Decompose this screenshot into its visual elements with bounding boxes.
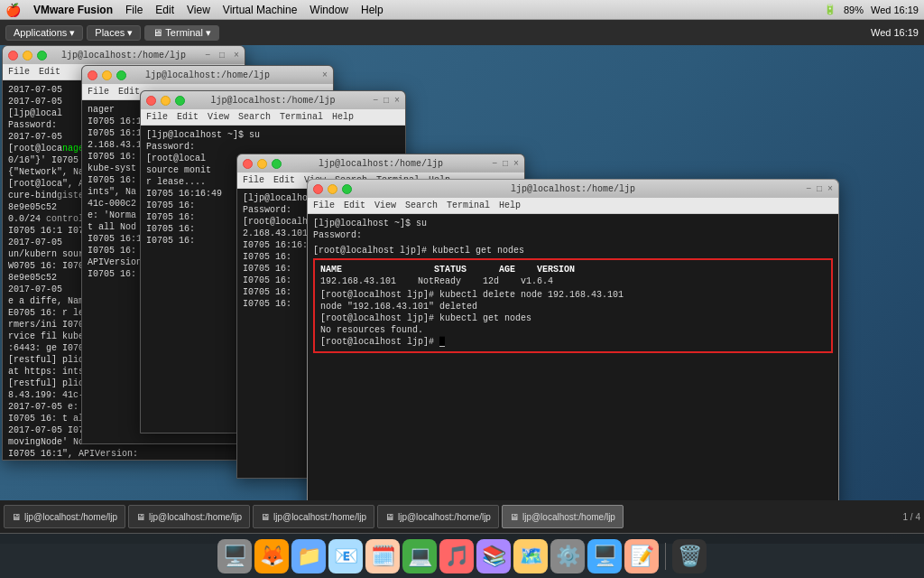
menu-virtualmachine[interactable]: Virtual Machine bbox=[223, 4, 298, 16]
mac-menubar-right: 🔋 89% Wed 16:19 bbox=[824, 4, 919, 15]
applications-label: Applications bbox=[14, 27, 67, 38]
cmd-line-password: Password: bbox=[313, 229, 833, 241]
dock-notes[interactable]: 📝 bbox=[624, 539, 659, 573]
win1-maximize[interactable]: □ bbox=[219, 51, 225, 61]
menu-help[interactable]: Help bbox=[361, 4, 383, 16]
edit-menu-3[interactable]: Edit bbox=[177, 112, 199, 122]
title-bar-2: ljp@localhost:/home/ljp × bbox=[82, 66, 333, 84]
view-menu-5[interactable]: View bbox=[374, 200, 396, 210]
terminal-menu[interactable]: 🖥 Terminal ▾ bbox=[144, 25, 219, 41]
taskbar-item-5[interactable]: 🖥 ljp@localhost:/home/ljp bbox=[502, 505, 624, 528]
taskbar-label-2: ljp@localhost:/home/ljp bbox=[149, 512, 242, 522]
dock-calendar[interactable]: 🗓️ bbox=[365, 539, 400, 573]
maximize-button-5[interactable] bbox=[342, 184, 352, 194]
terminal-icon-small: 🖥 bbox=[152, 27, 162, 38]
dock-terminal[interactable]: 💻 bbox=[402, 539, 437, 573]
taskbar-item-1[interactable]: 🖥 ljp@localhost:/home/ljp bbox=[4, 505, 125, 528]
win3-min[interactable]: − bbox=[373, 96, 378, 106]
terminal-menu-3[interactable]: Terminal bbox=[280, 112, 323, 122]
dock-maps[interactable]: 🗺️ bbox=[513, 539, 548, 573]
win1-minimize[interactable]: − bbox=[205, 51, 210, 61]
view-menu-3[interactable]: View bbox=[208, 112, 229, 122]
file-menu-4[interactable]: File bbox=[243, 175, 264, 185]
win3-max[interactable]: □ bbox=[383, 96, 389, 106]
file-menu-5[interactable]: File bbox=[313, 200, 335, 210]
edit-menu-4[interactable]: Edit bbox=[273, 175, 295, 185]
win2-close[interactable]: × bbox=[322, 70, 328, 80]
search-menu-3[interactable]: Search bbox=[238, 112, 271, 122]
win3-close[interactable]: × bbox=[394, 96, 400, 106]
win1-close[interactable]: × bbox=[234, 51, 239, 61]
close-button-5[interactable] bbox=[313, 184, 323, 194]
win4-min[interactable]: − bbox=[492, 159, 497, 169]
places-menu[interactable]: Places ▾ bbox=[87, 25, 141, 41]
edit-menu-1[interactable]: Edit bbox=[39, 67, 60, 77]
title-text-1: ljp@localhost:/home/ljp bbox=[61, 51, 186, 61]
minimize-button-2[interactable] bbox=[102, 70, 112, 80]
maximize-button-3[interactable] bbox=[175, 96, 185, 106]
minimize-button-1[interactable] bbox=[23, 51, 32, 61]
close-button-2[interactable] bbox=[88, 70, 97, 80]
app-name: VMware Fusion bbox=[33, 4, 113, 16]
minimize-button-4[interactable] bbox=[257, 159, 267, 169]
dock-trash[interactable]: 🗑️ bbox=[672, 539, 707, 573]
title-bar-4: ljp@localhost:/home/ljp − □ × bbox=[237, 154, 524, 172]
file-menu-2[interactable]: File bbox=[88, 87, 109, 97]
edit-menu-5[interactable]: Edit bbox=[344, 200, 365, 210]
title-text-4: ljp@localhost:/home/ljp bbox=[319, 159, 443, 169]
apple-logo: 🍎 bbox=[5, 3, 21, 17]
taskbar-item-3[interactable]: 🖥 ljp@localhost:/home/ljp bbox=[253, 505, 374, 528]
dock-screen[interactable]: 🖥️ bbox=[587, 539, 622, 573]
minimize-button-3[interactable] bbox=[161, 96, 171, 106]
taskbar-counter: 1 / 4 bbox=[903, 512, 920, 522]
taskbar-item-2[interactable]: 🖥 ljp@localhost:/home/ljp bbox=[128, 505, 250, 528]
win5-min[interactable]: − bbox=[806, 184, 811, 194]
dock-books[interactable]: 📚 bbox=[476, 539, 511, 573]
cmd-prompt: [root@localhost ljp]# █ bbox=[320, 336, 826, 348]
menu-edit[interactable]: Edit bbox=[155, 4, 174, 16]
search-menu-5[interactable]: Search bbox=[405, 200, 438, 210]
taskbar-item-4[interactable]: 🖥 ljp@localhost:/home/ljp bbox=[377, 505, 499, 528]
terminal-label: Terminal bbox=[165, 27, 203, 38]
file-menu-3[interactable]: File bbox=[146, 112, 168, 122]
help-menu-5[interactable]: Help bbox=[499, 200, 521, 210]
taskbar-label-4: ljp@localhost:/home/ljp bbox=[398, 512, 491, 522]
centos-time: Wed 16:19 bbox=[871, 27, 919, 38]
taskbar-label-3: ljp@localhost:/home/ljp bbox=[273, 512, 366, 522]
menu-view[interactable]: View bbox=[187, 4, 210, 16]
file-menu-1[interactable]: File bbox=[8, 67, 30, 77]
dock-finder[interactable]: 🖥️ bbox=[217, 539, 252, 573]
menu-window[interactable]: Window bbox=[310, 4, 348, 16]
places-arrow-icon: ▾ bbox=[127, 27, 133, 39]
dock-files[interactable]: 📁 bbox=[291, 539, 326, 573]
taskbar-label-5: ljp@localhost:/home/ljp bbox=[522, 512, 615, 522]
title-text-2: ljp@localhost:/home/ljp bbox=[145, 70, 270, 80]
highlighted-content: NAME STATUS AGE VERSION 192.168.43.101 N… bbox=[313, 258, 833, 353]
win5-close[interactable]: × bbox=[827, 184, 833, 194]
table-header: NAME STATUS AGE VERSION bbox=[320, 264, 826, 275]
dock-firefox[interactable]: 🦊 bbox=[254, 539, 289, 573]
win4-close[interactable]: × bbox=[513, 159, 519, 169]
term-icon-4: 🖥 bbox=[385, 512, 394, 522]
dock-music[interactable]: 🎵 bbox=[439, 539, 474, 573]
minimize-button-5[interactable] bbox=[328, 184, 337, 194]
dock-mail[interactable]: 📧 bbox=[328, 539, 363, 573]
line: I0705 16:1", APIVersion: bbox=[8, 448, 239, 460]
close-button-4[interactable] bbox=[243, 159, 253, 169]
cmd-no-resources: No resources found. bbox=[320, 324, 826, 336]
win5-max[interactable]: □ bbox=[817, 184, 822, 194]
maximize-button-1[interactable] bbox=[37, 51, 47, 61]
battery-icon: 🔋 bbox=[824, 4, 836, 15]
terminal-menu-5[interactable]: Terminal bbox=[447, 200, 490, 210]
applications-menu[interactable]: Applications ▾ bbox=[5, 25, 83, 41]
close-button-1[interactable] bbox=[8, 51, 18, 61]
close-button-3[interactable] bbox=[146, 96, 156, 106]
apps-arrow-icon: ▾ bbox=[69, 27, 75, 39]
maximize-button-2[interactable] bbox=[116, 70, 126, 80]
dock-settings[interactable]: ⚙️ bbox=[550, 539, 585, 573]
win4-max[interactable]: □ bbox=[503, 159, 508, 169]
maximize-button-4[interactable] bbox=[272, 159, 282, 169]
help-menu-3[interactable]: Help bbox=[332, 112, 354, 122]
menu-file[interactable]: File bbox=[125, 4, 143, 16]
edit-menu-2[interactable]: Edit bbox=[118, 87, 140, 97]
